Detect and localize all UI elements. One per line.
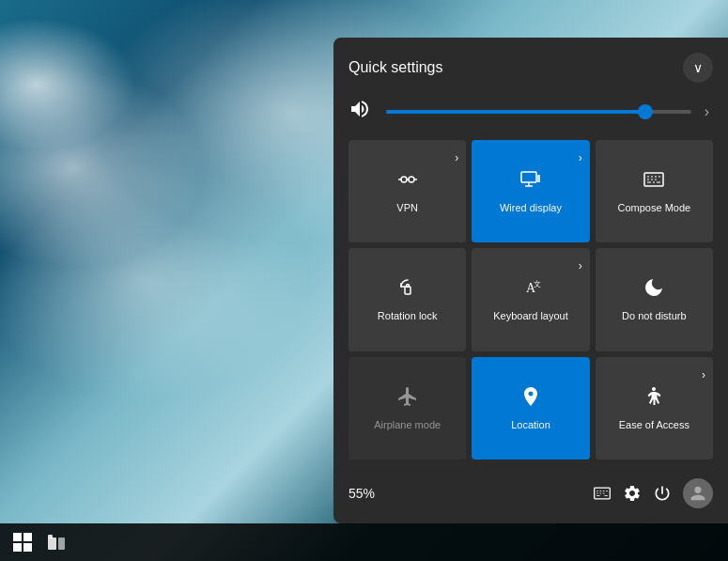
footer-icons bbox=[593, 478, 713, 508]
settings-button[interactable] bbox=[623, 484, 642, 503]
quick-settings-footer: 55% bbox=[349, 471, 713, 508]
volume-thumb bbox=[638, 104, 653, 119]
svg-point-4 bbox=[409, 177, 414, 182]
quick-settings-panel: Quick settings ∨ › › bbox=[333, 38, 728, 523]
do-not-disturb-icon bbox=[643, 276, 665, 304]
ease-of-access-label: Ease of Access bbox=[619, 419, 689, 431]
quick-settings-title: Quick settings bbox=[349, 59, 442, 76]
keyboard-layout-icon: A 文 bbox=[519, 276, 542, 304]
start-button[interactable] bbox=[8, 527, 38, 557]
airplane-mode-icon bbox=[396, 385, 419, 413]
keyboard-layout-tile[interactable]: › A 文 Keyboard layout bbox=[472, 248, 589, 351]
vpn-arrow-icon: › bbox=[455, 151, 458, 164]
wired-display-icon bbox=[519, 168, 542, 196]
svg-rect-2 bbox=[58, 538, 65, 550]
compose-mode-label: Compose Mode bbox=[618, 202, 691, 214]
ease-of-access-icon bbox=[643, 385, 665, 413]
svg-point-3 bbox=[401, 177, 407, 182]
keyboard-layout-arrow-icon: › bbox=[579, 259, 582, 273]
volume-track bbox=[386, 110, 691, 114]
volume-row: › bbox=[349, 98, 713, 125]
svg-point-27 bbox=[652, 387, 656, 391]
vpn-icon bbox=[396, 168, 419, 196]
keyboard-layout-footer-button[interactable] bbox=[593, 484, 612, 503]
wired-display-label: Wired display bbox=[500, 202, 562, 214]
keyboard-layout-label: Keyboard layout bbox=[493, 310, 568, 322]
ease-of-access-arrow-icon: › bbox=[702, 368, 705, 382]
wired-display-arrow-icon: › bbox=[579, 151, 582, 164]
vpn-tile[interactable]: › VPN bbox=[349, 140, 466, 242]
user-avatar[interactable] bbox=[683, 478, 713, 508]
ease-of-access-tile[interactable]: › Ease of Access bbox=[596, 357, 713, 460]
svg-rect-0 bbox=[48, 538, 56, 550]
do-not-disturb-label: Do not disturb bbox=[622, 310, 686, 322]
battery-percentage: 55% bbox=[349, 486, 375, 501]
do-not-disturb-tile[interactable]: Do not disturb bbox=[596, 248, 713, 351]
rotation-lock-icon bbox=[396, 276, 419, 304]
svg-rect-11 bbox=[537, 175, 540, 182]
airplane-mode-tile[interactable]: Airplane mode bbox=[349, 357, 466, 460]
svg-rect-24 bbox=[406, 285, 409, 288]
rotation-lock-label: Rotation lock bbox=[378, 310, 438, 322]
quick-settings-header: Quick settings ∨ bbox=[349, 53, 713, 83]
file-explorer-icon bbox=[46, 532, 67, 553]
airplane-mode-label: Airplane mode bbox=[374, 419, 441, 431]
wired-display-tile[interactable]: › Wired display bbox=[472, 140, 589, 242]
volume-next-button[interactable]: › bbox=[701, 100, 713, 124]
power-button[interactable] bbox=[653, 484, 672, 503]
location-icon bbox=[519, 385, 542, 413]
svg-text:文: 文 bbox=[534, 280, 541, 288]
file-explorer-button[interactable] bbox=[41, 527, 71, 557]
svg-rect-1 bbox=[48, 535, 53, 538]
rotation-lock-tile[interactable]: Rotation lock bbox=[349, 248, 466, 351]
svg-rect-8 bbox=[521, 172, 536, 182]
taskbar bbox=[0, 523, 728, 561]
volume-icon bbox=[349, 98, 377, 125]
tiles-grid: › VPN › bbox=[349, 140, 713, 460]
compose-mode-icon bbox=[643, 168, 665, 196]
volume-fill bbox=[386, 110, 645, 114]
volume-slider[interactable] bbox=[386, 102, 691, 121]
compose-mode-tile[interactable]: Compose Mode bbox=[596, 140, 713, 242]
windows-logo-icon bbox=[13, 533, 32, 552]
vpn-label: VPN bbox=[396, 202, 418, 214]
location-label: Location bbox=[511, 419, 550, 431]
expand-button[interactable]: ∨ bbox=[683, 53, 713, 83]
location-tile[interactable]: Location bbox=[472, 357, 589, 460]
